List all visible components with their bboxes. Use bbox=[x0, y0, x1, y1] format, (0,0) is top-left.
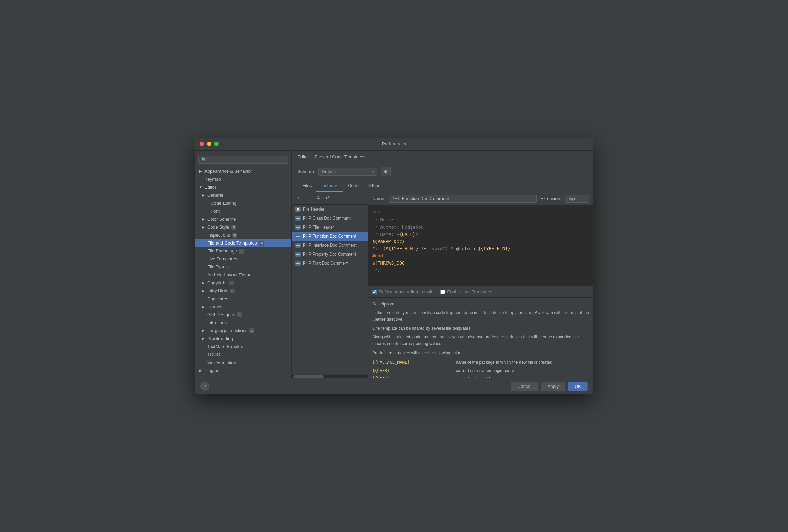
sidebar-item-gui-designer[interactable]: GUI Designer⊞ bbox=[195, 311, 291, 319]
badge-icon-file-encodings: ⊞ bbox=[239, 249, 244, 254]
expand-arrow-editor bbox=[199, 186, 202, 189]
code-editor[interactable]: /** * Note: * Author: HodgeKou * Date: $… bbox=[368, 206, 593, 286]
tab-other[interactable]: Other bbox=[364, 180, 385, 192]
help-button[interactable]: ? bbox=[200, 382, 209, 391]
sidebar-label-file-types: File Types bbox=[207, 264, 228, 269]
close-button[interactable] bbox=[200, 142, 204, 146]
table-row: ${PACKAGE_NAME} name of the package in w… bbox=[372, 358, 589, 366]
sidebar-item-proofreading[interactable]: Proofreading bbox=[195, 335, 291, 343]
sidebar-item-todo[interactable]: TODO bbox=[195, 351, 291, 358]
expand-arrow-emmet bbox=[202, 305, 205, 309]
breadcrumb-separator: › bbox=[311, 154, 313, 159]
template-label-php-function-doc: PHP Function Doc Comment bbox=[303, 234, 356, 239]
name-input[interactable] bbox=[389, 195, 537, 203]
code-line: * Note: bbox=[372, 216, 589, 224]
title-bar: Preferences bbox=[195, 138, 593, 151]
sidebar-item-live-templates[interactable]: Live Templates bbox=[195, 255, 291, 263]
sidebar-item-code-style[interactable]: Code Style⊞ bbox=[195, 223, 291, 231]
var-desc: current user system login name bbox=[456, 367, 589, 375]
code-line: #end bbox=[372, 252, 589, 260]
template-item-file-header[interactable]: 📄File Header bbox=[292, 205, 368, 214]
code-line: ${PARAM_DOC} bbox=[372, 238, 589, 246]
sidebar-item-file-types[interactable]: File Types bbox=[195, 263, 291, 271]
sidebar-label-file-encodings: File Encodings bbox=[207, 248, 237, 254]
var-name: ${DATE} bbox=[372, 375, 456, 378]
sidebar-item-code-editing[interactable]: Code Editing bbox=[195, 199, 291, 207]
template-item-php-property-doc[interactable]: PHPPHP Property Doc Comment bbox=[292, 250, 368, 259]
sidebar-item-keymap[interactable]: Keymap bbox=[195, 175, 291, 183]
sidebar-item-font[interactable]: Font bbox=[195, 207, 291, 215]
minimize-button[interactable] bbox=[207, 142, 211, 146]
remove-template-button[interactable]: − bbox=[304, 194, 313, 202]
code-line: /** bbox=[372, 209, 589, 216]
sidebar-label-proofreading: Proofreading bbox=[207, 336, 233, 341]
variables-table: ${PACKAGE_NAME} name of the package in w… bbox=[372, 358, 589, 378]
horizontal-scrollbar[interactable] bbox=[292, 374, 368, 378]
reformat-checkbox-label[interactable]: Reformat according to style bbox=[372, 289, 434, 294]
sidebar-item-intentions[interactable]: Intentions bbox=[195, 319, 291, 327]
badge-icon-copyright: ⊞ bbox=[229, 281, 234, 285]
template-item-php-file-header[interactable]: PHPPHP File Header bbox=[292, 223, 368, 232]
sidebar-label-editor: Editor bbox=[204, 185, 216, 190]
apply-button[interactable]: Apply bbox=[541, 382, 566, 391]
scheme-select[interactable]: Default Project bbox=[318, 168, 377, 176]
sidebar-label-file-and-code-templates: File and Code Templates bbox=[207, 240, 257, 246]
sidebar-item-general[interactable]: General bbox=[195, 191, 291, 199]
sidebar-item-inlay-hints[interactable]: Inlay Hints⊞ bbox=[195, 287, 291, 295]
preferences-window: Preferences 🔍 Appearance & BehaviorKeyma… bbox=[195, 138, 593, 394]
template-list: + − ⎘ ↺ 📄File HeaderPHPPHP Class Doc Com… bbox=[292, 192, 368, 378]
sidebar-item-emmet[interactable]: Emmet bbox=[195, 303, 291, 311]
expand-arrow-general bbox=[202, 194, 205, 197]
template-item-php-function-doc[interactable]: PHPPHP Function Doc Comment bbox=[292, 232, 368, 241]
var-name: ${PACKAGE_NAME} bbox=[372, 358, 456, 366]
scheme-gear-button[interactable]: ⚙ bbox=[381, 167, 391, 176]
sidebar-item-editor[interactable]: Editor bbox=[195, 183, 291, 191]
sidebar-item-language-injections[interactable]: Language Injections⊞ bbox=[195, 327, 291, 335]
breadcrumb-current: File and Code Templates bbox=[315, 154, 365, 159]
sidebar-item-file-encodings[interactable]: File Encodings⊞ bbox=[195, 247, 291, 255]
file-icon: 📄 bbox=[295, 207, 301, 212]
sidebar-item-appearance-behavior[interactable]: Appearance & Behavior bbox=[195, 167, 291, 175]
scheme-bar: Scheme: Default Project ⚙ bbox=[292, 163, 593, 180]
ok-button[interactable]: OK bbox=[568, 382, 588, 391]
sidebar-item-color-scheme[interactable]: Color Scheme bbox=[195, 215, 291, 223]
expand-arrow-proofreading bbox=[202, 337, 205, 340]
sidebar-item-textmate-bundles[interactable]: TextMate Bundles bbox=[195, 343, 291, 351]
expand-arrow-plugins bbox=[199, 369, 202, 372]
tab-includes[interactable]: Includes bbox=[316, 180, 343, 192]
description-predefined: Predefined variables will take the follo… bbox=[372, 350, 589, 356]
sidebar-item-android-layout-editor[interactable]: Android Layout Editor bbox=[195, 271, 291, 279]
sidebar-item-plugins[interactable]: Plugins bbox=[195, 366, 291, 374]
tab-code[interactable]: Code bbox=[343, 180, 364, 192]
template-item-php-interface-doc[interactable]: PHPPHP Interface Doc Comment bbox=[292, 241, 368, 250]
code-line: */ bbox=[372, 267, 589, 274]
search-icon: 🔍 bbox=[201, 157, 207, 162]
template-item-php-class-doc[interactable]: PHPPHP Class Doc Comment bbox=[292, 214, 368, 223]
sidebar-label-android-layout-editor: Android Layout Editor bbox=[207, 272, 251, 277]
badge-icon-inlay-hints: ⊞ bbox=[230, 289, 235, 293]
search-input[interactable] bbox=[209, 157, 285, 162]
sidebar-label-emmet: Emmet bbox=[207, 304, 221, 309]
sidebar-item-duplicates[interactable]: Duplicates bbox=[195, 295, 291, 303]
template-item-php-trait-doc[interactable]: PHPPHP Trait Doc Comment bbox=[292, 259, 368, 268]
copy-template-button[interactable]: ⎘ bbox=[314, 194, 322, 202]
editor-panel: Name: Extension: /** * Note: * Author: H… bbox=[368, 192, 593, 378]
sidebar-item-inspections[interactable]: Inspections⊞ bbox=[195, 231, 291, 239]
live-templates-checkbox-label[interactable]: Enable Live Templates bbox=[440, 289, 492, 294]
sidebar-item-copyright[interactable]: Copyright⊞ bbox=[195, 279, 291, 287]
cancel-button[interactable]: Cancel bbox=[511, 382, 538, 391]
maximize-button[interactable] bbox=[214, 142, 219, 146]
add-template-button[interactable]: + bbox=[295, 194, 303, 202]
var-desc: name of the package in which the new fil… bbox=[456, 358, 589, 366]
ext-input[interactable] bbox=[565, 195, 589, 203]
reformat-checkbox[interactable] bbox=[372, 290, 377, 294]
sidebar-item-file-and-code-templates[interactable]: File and Code Templates⊞ bbox=[195, 239, 291, 247]
sidebar-item-vim-emulation[interactable]: Vim Emulation bbox=[195, 358, 291, 366]
live-templates-label: Enable Live Templates bbox=[447, 289, 492, 294]
expand-arrow-code-style bbox=[202, 225, 205, 229]
badge-icon-code-style: ⊞ bbox=[231, 225, 236, 230]
tab-files[interactable]: Files bbox=[297, 180, 316, 192]
search-box[interactable]: 🔍 bbox=[198, 156, 288, 164]
live-templates-checkbox[interactable] bbox=[440, 290, 445, 294]
reset-template-button[interactable]: ↺ bbox=[324, 194, 332, 202]
